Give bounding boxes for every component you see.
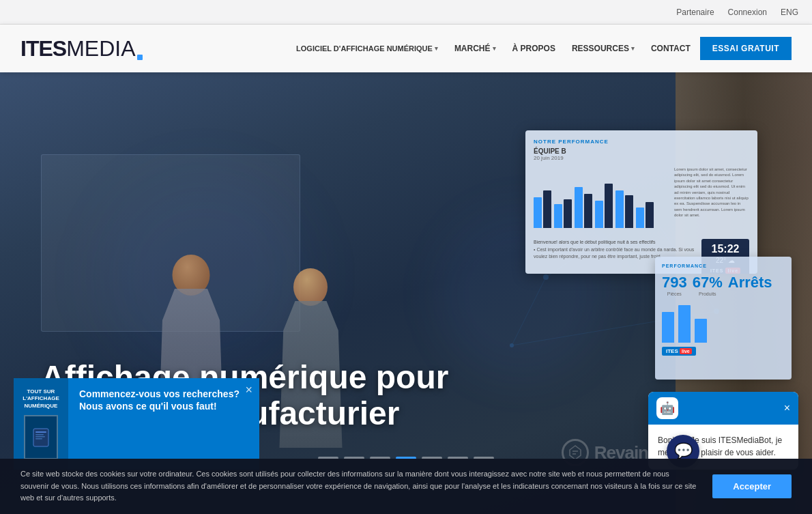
metric-3-val: Arrêts: [728, 274, 772, 291]
header: ITESMEDIA LOGICIEL D'AFFICHAGE NUMÉRIQUE…: [0, 25, 812, 72]
dash-time: 15:22: [712, 243, 740, 255]
svg-rect-8: [33, 429, 48, 446]
main-nav: LOGICIEL D'AFFICHAGE NUMÉRIQUE ▾ MARCHÉ …: [289, 37, 792, 60]
cookie-banner: Ce site web stocke des cookies sur votre…: [0, 459, 812, 514]
partner-link[interactable]: Partenaire: [676, 8, 714, 17]
nav-apropos[interactable]: À PROPOS: [506, 38, 562, 59]
svg-rect-10: [35, 434, 44, 436]
nav-logiciel[interactable]: LOGICIEL D'AFFICHAGE NUMÉRIQUE ▾: [289, 39, 445, 58]
dashboard-card-1: NOTRE PERFORMANCE ÉQUIPE B 20 juin 2019: [525, 130, 757, 274]
nav-marche-label: MARCHÉ: [454, 44, 491, 53]
promo-popup: TOUT SUR L'AFFICHAGE NUMÉRIQUE Commencez…: [14, 378, 259, 470]
dash2-metrics: 793 Pièces 67% Produits Arrêts: [662, 274, 785, 296]
top-bar: Partenaire Connexion ENG: [0, 0, 812, 25]
bar-5: [575, 187, 583, 228]
dash-team: ÉQUIPE B: [534, 147, 749, 155]
bar-7: [595, 201, 603, 228]
chat-bot-icon: 🤖: [656, 397, 784, 419]
dash-date: 20 juin 2019: [534, 155, 749, 161]
bar-11: [636, 208, 644, 228]
svg-rect-11: [35, 436, 45, 438]
cookie-accept-button[interactable]: Accepter: [712, 474, 792, 498]
nav-contact[interactable]: CONTACT: [644, 38, 697, 59]
bar-6: [584, 194, 592, 228]
cookie-text: Ce site web stocke des cookies sur votre…: [20, 468, 699, 504]
nav-ressources-chevron-icon: ▾: [631, 45, 635, 52]
dash2-label: PERFORMANCE: [662, 263, 785, 268]
book-title: TOUT SUR L'AFFICHAGE NUMÉRIQUE: [23, 388, 59, 410]
bot-avatar-icon: 🤖: [656, 397, 678, 419]
logo-ites: ITES: [20, 36, 66, 61]
nav-apropos-label: À PROPOS: [512, 44, 555, 53]
dash2-bar-3: [695, 319, 707, 343]
nav-ressources-label: RESSOURCES: [572, 44, 629, 53]
nav-marche-chevron-icon: ▾: [493, 45, 496, 52]
metric-1-label: Pièces: [662, 291, 687, 296]
login-link[interactable]: Connexion: [728, 8, 767, 17]
svg-rect-12: [35, 438, 42, 440]
ites-live-badge-2: ITES live: [662, 347, 696, 356]
dashboard-card-2: PERFORMANCE 793 Pièces 67% Produits Arrê…: [655, 257, 792, 380]
promo-headline: Commencez-vous vos recherches? Nous avon…: [79, 388, 248, 412]
bar-1: [534, 197, 542, 228]
dash-lorem-text: Lorem ipsum dolor sit amet, consectetur …: [674, 167, 749, 218]
metric-2-label: Produits: [693, 291, 723, 296]
logo[interactable]: ITESMEDIA: [20, 36, 143, 61]
logo-dot: [137, 55, 143, 60]
nav-logiciel-chevron-icon: ▾: [435, 45, 438, 52]
svg-line-6: [512, 277, 546, 345]
bar-9: [615, 190, 624, 228]
svg-rect-9: [35, 431, 46, 433]
bar-8: [605, 184, 613, 228]
promo-content: Commencez-vous vos recherches? Nous avon…: [68, 378, 259, 470]
dash2-bars: [662, 302, 785, 343]
nav-contact-label: CONTACT: [651, 44, 691, 53]
metric-2-val: 67%: [693, 274, 723, 291]
nav-logiciel-label: LOGICIEL D'AFFICHAGE NUMÉRIQUE: [296, 44, 433, 53]
book-cover: [24, 415, 58, 459]
chat-header: 🤖 ×: [648, 392, 798, 425]
dash2-bar-2: [678, 305, 691, 343]
logo-media: MEDIA: [66, 36, 135, 61]
dash-performance-label: NOTRE PERFORMANCE: [534, 139, 749, 145]
bar-10: [625, 195, 633, 228]
bar-12: [646, 202, 654, 228]
nav-ressources[interactable]: RESSOURCES ▾: [565, 38, 641, 59]
nav-marche[interactable]: MARCHÉ ▾: [448, 38, 503, 59]
bar-4: [564, 199, 572, 228]
bar-2: [543, 190, 551, 228]
dash2-bar-1: [662, 312, 674, 343]
promo-book: TOUT SUR L'AFFICHAGE NUMÉRIQUE: [14, 378, 68, 470]
lang-link[interactable]: ENG: [781, 8, 798, 17]
dash-chart: [534, 167, 667, 228]
promo-close-button[interactable]: ×: [245, 384, 252, 396]
bar-3: [554, 204, 562, 228]
chat-close-button[interactable]: ×: [784, 397, 790, 419]
metric-1-val: 793: [662, 274, 687, 291]
cta-button[interactable]: ESSAI GRATUIT: [700, 37, 792, 60]
chat-bubble-icon: 💬: [674, 442, 693, 460]
